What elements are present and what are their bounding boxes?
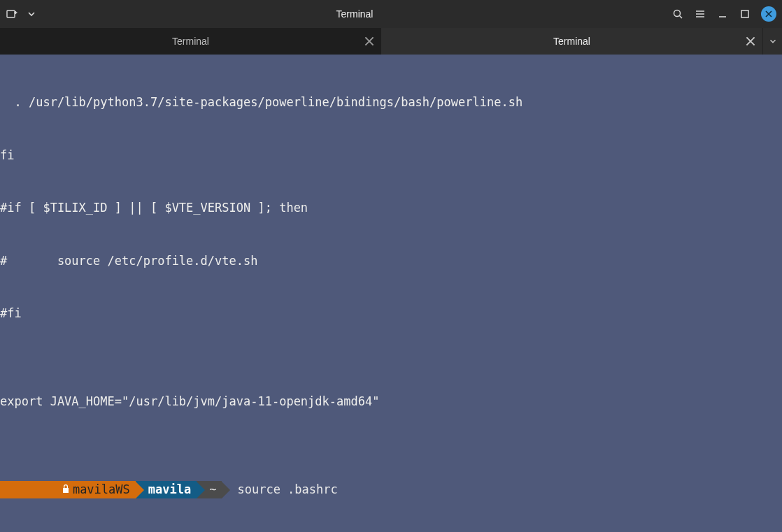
terminal-line: fi	[0, 147, 782, 164]
window-title: Terminal	[336, 8, 374, 20]
hamburger-menu-icon[interactable]	[694, 8, 706, 20]
tab-label: Terminal	[172, 36, 209, 47]
powerline-separator-icon	[197, 482, 205, 498]
maximize-icon[interactable]	[739, 8, 751, 20]
terminal-line: . /usr/lib/python3.7/site-packages/power…	[0, 94, 782, 111]
tab-overflow-icon[interactable]	[762, 28, 782, 55]
prompt-host: mavilaWS	[73, 481, 130, 498]
minimize-icon[interactable]	[716, 8, 729, 20]
svg-rect-0	[7, 10, 15, 17]
tab-bar: Terminal Terminal	[0, 28, 782, 55]
powerline-separator-icon	[222, 482, 230, 498]
terminal-line: #fi	[0, 305, 782, 322]
tab-label: Terminal	[553, 36, 590, 47]
terminal-viewport[interactable]: . /usr/lib/python3.7/site-packages/power…	[0, 55, 782, 532]
search-icon[interactable]	[671, 8, 684, 20]
svg-rect-2	[741, 10, 748, 17]
tab-close-icon[interactable]	[746, 36, 755, 46]
prompt-command: source .bashrc	[237, 481, 337, 498]
new-terminal-icon[interactable]	[6, 8, 18, 20]
prompt-line: mavilaWS mavila ~ source .bashrc	[0, 481, 782, 499]
powerline-separator-icon	[136, 482, 144, 498]
prompt-user: mavila	[148, 481, 191, 498]
prompt-path: ~	[209, 481, 216, 498]
tab-terminal-1[interactable]: Terminal	[0, 28, 381, 55]
lock-icon	[4, 463, 70, 516]
terminal-line: # source /etc/profile.d/vte.sh	[0, 252, 782, 270]
chevron-down-icon[interactable]	[25, 8, 38, 20]
terminal-line: export JAVA_HOME="/usr/lib/jvm/java-11-o…	[0, 393, 782, 410]
tab-close-icon[interactable]	[364, 36, 374, 46]
terminal-line: #if [ $TILIX_ID ] || [ $VTE_VERSION ]; t…	[0, 199, 782, 217]
window-titlebar: Terminal	[0, 0, 782, 28]
tab-terminal-2[interactable]: Terminal	[381, 28, 762, 55]
close-window-icon[interactable]	[761, 6, 776, 22]
svg-point-1	[674, 10, 681, 17]
